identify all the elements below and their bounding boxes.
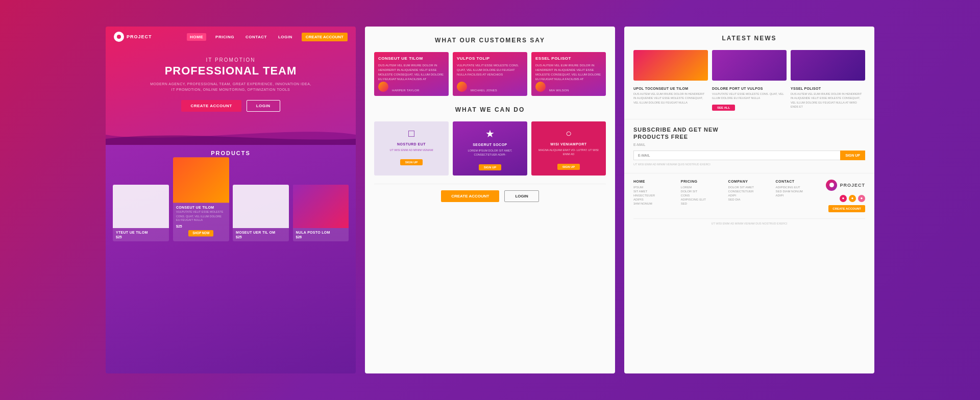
product-info-2: CONSEUT UE TILOM VULPUTATE VELIT ESSE MO… — [173, 203, 229, 241]
social-icon-1[interactable]: ● — [840, 195, 847, 202]
subscribe-title-1: SUBSCRIBE AND GET NEW — [633, 127, 865, 133]
panel-1: PROJECT HOME PRICING CONTACT LOGIN CREAT… — [106, 27, 356, 373]
footer-logo-col: PROJECT ● ● ● CREATE ACCOUNT — [823, 180, 865, 212]
news-item-3: YSSEL POLISOT DUS AUTEM VEL EUM IRIURE D… — [791, 87, 865, 111]
news-item-body-3: DUS AUTEM VEL EUM IRIURE DOLOR IN HENDRE… — [791, 92, 865, 109]
product-info-4: NULA POSTO LOM $26 — [293, 228, 349, 241]
product-image-2 — [173, 157, 229, 203]
footer-link-home-3[interactable]: HNGECTEUER — [633, 194, 676, 197]
product-info-3: MOSEUT UER TIL OM $25 — [233, 228, 289, 241]
news-item-2: DOLORE PORT UT VULPOS VULPUTATE VELIT ES… — [712, 87, 787, 111]
news-image-1 — [633, 50, 708, 81]
footer-col-title-company: COMPANY — [728, 180, 771, 183]
product-desc-2: VULPUTATE VELIT ESSE MOLESTE CONS. QUAT,… — [176, 210, 226, 222]
nav-create-account-button[interactable]: CREATE ACCOUNT — [302, 33, 348, 41]
service-signup-2[interactable]: SIGN UP — [479, 164, 502, 170]
product-card-1: YTEUT UE TILOM $25 — [113, 185, 169, 241]
logo-icon — [114, 32, 124, 42]
footer-social: ● ● ● — [840, 195, 865, 202]
service-desc-1: UT WISI ENIM AD MINIM VENIAM — [378, 148, 445, 152]
navbar: PROJECT HOME PRICING CONTACT LOGIN CREAT… — [106, 27, 356, 47]
hero-title: PROFESSIONAL TEAM — [121, 65, 340, 77]
news-item-1: UPOL TOCONSEUT UE TILOM DUS AUTEM VEL EU… — [633, 87, 708, 111]
social-icon-3[interactable]: ● — [858, 195, 865, 202]
footer-link-pricing-4[interactable]: ADIPISCING ELIT — [681, 198, 723, 201]
footer-link-company-3[interactable]: ADIPI — [728, 194, 771, 197]
test-avatar-3 — [535, 82, 546, 92]
service-title-3: WISI VENIAMPORT — [535, 142, 602, 146]
nav-contact[interactable]: CONTACT — [243, 34, 269, 40]
subscribe-signup-button[interactable]: SIGN UP — [840, 151, 865, 160]
footer-link-contact-1[interactable]: ADIPISCING EUT — [775, 186, 818, 189]
testimonial-3: ESSEL POLISOT DUS AUTEM VEL EUM IRIURE D… — [531, 52, 606, 96]
test-name-3: ESSEL POLISOT — [535, 56, 602, 61]
hero-create-account-button[interactable]: CREATE ACCOUNT — [181, 100, 241, 112]
service-signup-3[interactable]: SIGN UP — [557, 164, 580, 170]
shop-now-button[interactable]: SHOP NOW — [188, 230, 213, 237]
product-card-3: MOSEUT UER TIL OM $25 — [233, 185, 289, 241]
footer-copy: UT WISI ENIM AD MINIM VENIAM DUS NOSTRUD… — [633, 222, 865, 225]
see-all-button[interactable]: SEE ALL — [712, 105, 735, 111]
footer-link-pricing-5[interactable]: SED — [681, 202, 723, 205]
product-name-3: MOSEUT UER TIL OM — [236, 231, 286, 234]
footer-columns: HOME IPSUM SIT AMET HNGECTEUER ADIPIS 3A… — [633, 180, 865, 212]
nav-login[interactable]: LOGIN — [276, 34, 295, 40]
hero-buttons: CREATE ACCOUNT LOGIN — [121, 100, 340, 112]
subscribe-form: SIGN UP — [633, 151, 865, 160]
social-icon-2[interactable]: ● — [849, 195, 856, 202]
footer-link-contact-2[interactable]: SED DIAM NONUM — [775, 190, 818, 193]
service-card-3: ○ WISI VENIAMPORT MAGNA ALIQUAM ERAT VO-… — [531, 121, 606, 176]
footer-link-pricing-3[interactable]: CONS — [681, 194, 723, 197]
product-price-4: $26 — [296, 235, 346, 239]
footer-col-home: HOME IPSUM SIT AMET HNGECTEUER ADIPIS 3A… — [633, 180, 676, 212]
test-author-2: MICHAEL JONES — [471, 89, 497, 92]
subscribe-note: UT WISI ENIM AD MINIM VENIAM QUIS NOSTRU… — [633, 163, 865, 166]
footer-link-company-2[interactable]: CONSECTETUER — [728, 190, 771, 193]
product-card-4: NULA POSTO LOM $26 — [293, 185, 349, 241]
test-body-2: VULPUTATE VELIT ESSE MOLESTE CONS. QUAT,… — [457, 63, 523, 77]
footer-col-title-contact: CONTACT — [775, 180, 818, 183]
products-title: PRODUCTS — [113, 150, 349, 156]
footer-link-company-1[interactable]: DOLOR SIT AMET — [728, 186, 771, 189]
nav-home[interactable]: HOME — [187, 33, 206, 41]
product-image-3 — [233, 185, 289, 228]
footer-link-contact-3[interactable]: ADIPI — [775, 194, 818, 197]
panel2-create-account-button[interactable]: CREATE ACCOUNT — [441, 190, 499, 202]
test-avatar-1 — [378, 82, 388, 92]
news-item-title-2: DOLORE PORT UT VULPOS — [712, 87, 787, 90]
subscribe-sub: E-MAIL — [633, 143, 865, 146]
product-price-1: $25 — [116, 235, 166, 239]
footer-link-pricing-2[interactable]: DOLOR SIT — [681, 190, 723, 193]
footer-logo: PROJECT — [826, 180, 865, 191]
news-item-title-3: YSSEL POLISOT — [791, 87, 865, 90]
testimonial-2: VULPOS TOLIP VULPUTATE VELIT ESSE MOLEST… — [453, 52, 527, 96]
footer-link-home-2[interactable]: SIT AMET — [633, 190, 676, 193]
product-price-3: $25 — [236, 235, 286, 239]
service-card-1: □ NOSTURD EUT UT WISI ENIM AD MINIM VENI… — [374, 121, 449, 176]
hero-login-button[interactable]: LOGIN — [247, 100, 280, 112]
product-image-1 — [113, 185, 169, 228]
footer-link-pricing-1[interactable]: LOREM — [681, 186, 723, 189]
service-icon-2: ★ — [457, 128, 523, 140]
email-input[interactable] — [633, 151, 840, 160]
products-section: PRODUCTS YTEUT UE TILOM $25 CONSEUT UE T… — [106, 145, 356, 373]
product-price-2: $25 — [176, 224, 226, 228]
logo: PROJECT — [114, 32, 152, 42]
footer-link-home-5[interactable]: 3AM NONUM — [633, 202, 676, 205]
news-section: LATEST NEWS UPOL TOCONSEUT UE TILOM DUS … — [624, 27, 874, 119]
test-body-1: DUS AUTEM VEL EUM IRIURE DOLOR IN HENDRE… — [378, 63, 445, 82]
footer-link-home-4[interactable]: ADIPIS — [633, 198, 676, 201]
product-info-1: YTEUT UE TILOM $25 — [113, 228, 169, 241]
footer-create-account-button[interactable]: CREATE ACCOUNT — [828, 205, 865, 212]
service-icon-3: ○ — [535, 128, 602, 139]
footer-link-home-1[interactable]: IPSUM — [633, 186, 676, 189]
panel2-login-button[interactable]: LOGIN — [504, 190, 538, 202]
news-image-3 — [791, 50, 865, 81]
test-avatar-2 — [457, 82, 467, 92]
footer-link-company-4[interactable]: SED DIA — [728, 198, 771, 201]
footer-col-company: COMPANY DOLOR SIT AMET CONSECTETUER ADIP… — [728, 180, 771, 212]
nav-pricing[interactable]: PRICING — [213, 34, 236, 40]
service-signup-1[interactable]: SIGN UP — [400, 159, 423, 165]
service-desc-2: LOREM IPSUM DOLOR SIT AMET, CONSECTETUER… — [457, 148, 523, 157]
hero-desc: MODERN AGENCY, PROFESSIONAL TEAM, GREAT … — [121, 81, 340, 92]
